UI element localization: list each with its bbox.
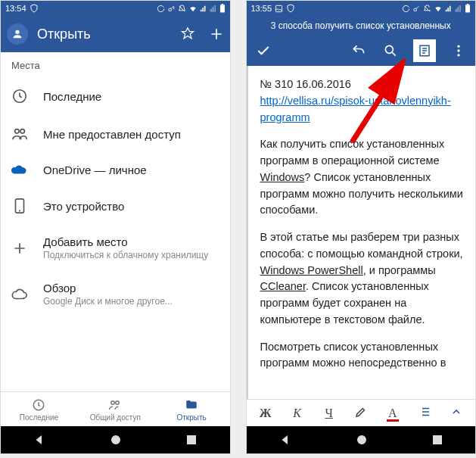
menu-item-browse[interactable]: Обзор Google Диск и многое другое...: [1, 271, 230, 317]
status-time: 13:54: [5, 4, 26, 13]
menu-item-device[interactable]: Это устройство: [1, 187, 230, 225]
battery-icon: [465, 4, 471, 13]
status-bar: 13:54: [1, 1, 230, 16]
svg-point-11: [112, 436, 120, 444]
tab-label: Общий доступ: [90, 413, 141, 422]
svg-rect-12: [188, 436, 196, 444]
menu-label: Мне предоставлен доступ: [43, 128, 181, 141]
format-bar: Ж К Ч A: [247, 399, 476, 426]
tab-recent[interactable]: Последние: [1, 392, 77, 426]
status-bar: 13:55: [247, 1, 476, 16]
clock-icon: [32, 398, 45, 412]
signal-icon: [200, 5, 207, 12]
people-icon: [11, 126, 28, 142]
menu-label: OneDrive — личное: [43, 164, 147, 176]
list-button[interactable]: [409, 405, 440, 422]
folder-icon: [185, 398, 198, 412]
sync-icon: [157, 5, 165, 13]
svg-rect-16: [467, 4, 468, 5]
sync-icon: [402, 5, 410, 13]
people-icon: [108, 398, 122, 412]
battery-icon: [219, 4, 226, 13]
onedrive-icon: [11, 164, 28, 176]
tab-shared[interactable]: Общий доступ: [77, 392, 154, 426]
app-bar: Открыть: [1, 16, 230, 52]
document-body[interactable]: № 310 16.06.2016 http://vellisa.ru/spiso…: [247, 66, 476, 399]
svg-rect-23: [434, 436, 442, 444]
doc-meta: № 310 16.06.2016: [260, 78, 351, 90]
svg-point-0: [168, 8, 171, 11]
add-icon[interactable]: [209, 26, 224, 42]
menu-label: Добавить место: [43, 235, 208, 248]
back-icon[interactable]: [278, 433, 292, 447]
home-icon[interactable]: [110, 434, 122, 446]
shield-icon: [286, 4, 295, 13]
system-nav: [247, 426, 476, 453]
undo-button[interactable]: [350, 42, 368, 60]
back-icon[interactable]: [33, 433, 46, 447]
tab-open[interactable]: Открыть: [154, 392, 230, 426]
bottom-nav: Последние Общий доступ Открыть: [1, 391, 230, 426]
tab-label: Открыть: [176, 413, 206, 422]
key-icon: [167, 5, 176, 13]
signal-icon-2: [210, 5, 217, 12]
appbar-title: Открыть: [37, 26, 180, 42]
svg-point-3: [15, 30, 19, 34]
expand-button[interactable]: [440, 406, 472, 421]
phone-left: 13:54 Открыть Места: [0, 0, 231, 454]
doc-link[interactable]: http://vellisa.ru/spisok-ustanovlennyikh…: [260, 95, 451, 123]
key-icon: [412, 5, 421, 13]
underline-button[interactable]: Ч: [313, 407, 345, 420]
highlight-button[interactable]: [345, 405, 377, 422]
reading-view-button[interactable]: [413, 39, 436, 62]
menu-sub: Подключиться к облачному хранилищу: [43, 250, 208, 260]
svg-rect-1: [220, 5, 225, 12]
user-avatar[interactable]: [7, 23, 28, 45]
more-button[interactable]: [450, 42, 468, 60]
menu-label: Обзор: [43, 282, 173, 294]
menu-label: Последние: [43, 90, 101, 103]
svg-rect-13: [275, 5, 282, 11]
svg-rect-2: [221, 4, 222, 5]
svg-point-10: [116, 401, 120, 405]
recent-apps-icon[interactable]: [431, 434, 443, 446]
device-icon: [14, 198, 26, 214]
wifi-icon: [188, 5, 198, 13]
doc-paragraph: Посмотреть список установленных программ…: [260, 339, 464, 372]
search-button[interactable]: [381, 42, 400, 60]
svg-point-20: [457, 49, 459, 51]
svg-point-22: [357, 436, 366, 444]
bell-off-icon: [178, 5, 186, 13]
svg-point-14: [414, 8, 417, 11]
system-nav: [1, 426, 230, 453]
cloud-icon: [11, 288, 28, 301]
bell-off-icon: [423, 5, 431, 13]
menu-sub: Google Диск и многое другое...: [43, 296, 173, 307]
font-color-button[interactable]: A: [377, 407, 409, 420]
tab-label: Последние: [20, 413, 58, 422]
done-button[interactable]: [254, 42, 272, 60]
editor-toolbar: [247, 36, 476, 66]
svg-point-9: [111, 401, 115, 405]
svg-point-21: [457, 54, 459, 56]
svg-point-17: [385, 45, 393, 53]
menu-item-add-place[interactable]: Добавить место Подключиться к облачному …: [1, 225, 230, 271]
menu-item-onedrive[interactable]: OneDrive — личное: [1, 153, 230, 187]
places-menu: Последние Мне предоставлен доступ OneDri…: [1, 77, 230, 391]
bold-button[interactable]: Ж: [250, 407, 282, 420]
svg-rect-15: [465, 5, 470, 12]
plus-icon: [12, 241, 27, 256]
premium-icon[interactable]: [180, 26, 195, 42]
italic-button[interactable]: К: [282, 407, 313, 420]
home-icon[interactable]: [356, 434, 368, 446]
wifi-icon: [434, 5, 443, 13]
recent-apps-icon[interactable]: [185, 434, 198, 446]
menu-item-shared[interactable]: Мне предоставлен доступ: [1, 115, 230, 153]
signal-icon-2: [455, 5, 462, 12]
menu-label: Это устройство: [43, 200, 124, 213]
svg-point-5: [15, 129, 19, 134]
document-title: 3 способа получить список установленных: [247, 16, 476, 36]
menu-item-recent[interactable]: Последние: [1, 77, 230, 115]
svg-point-19: [457, 45, 459, 48]
doc-paragraph: Как получить список установленных програ…: [260, 136, 464, 219]
